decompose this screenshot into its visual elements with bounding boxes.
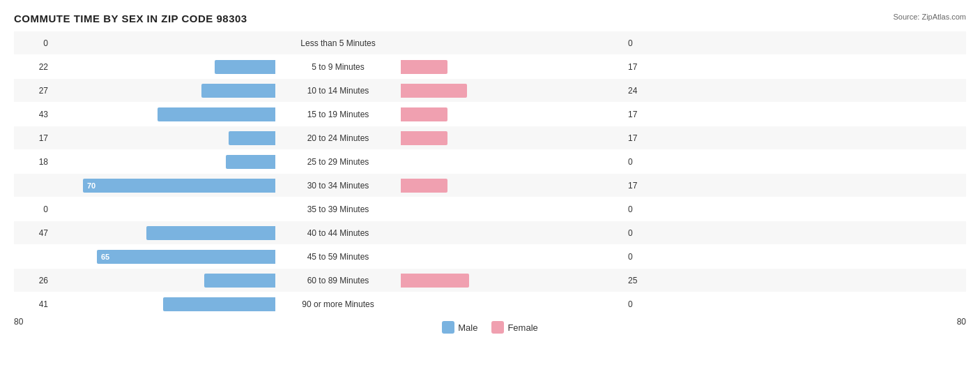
female-bar bbox=[401, 84, 467, 98]
male-bar-container bbox=[52, 202, 275, 216]
male-value: 26 bbox=[14, 276, 52, 285]
female-bar-container bbox=[401, 36, 624, 50]
female-value: 25 bbox=[624, 276, 662, 285]
male-bar bbox=[163, 297, 275, 311]
row-label: 90 or more Minutes bbox=[275, 299, 401, 309]
row-label: 30 to 34 Minutes bbox=[275, 181, 401, 191]
chart-row: 4315 to 19 Minutes17 bbox=[14, 103, 966, 126]
male-bar bbox=[229, 131, 275, 145]
female-bar bbox=[401, 179, 447, 193]
male-bar bbox=[215, 60, 275, 74]
male-value: 22 bbox=[14, 62, 52, 72]
male-value: 47 bbox=[14, 228, 52, 238]
legend: Male Female bbox=[442, 321, 538, 334]
male-value: 0 bbox=[14, 38, 52, 48]
male-bar-container bbox=[52, 131, 275, 145]
chart-row: 7030 to 34 Minutes17 bbox=[14, 174, 966, 197]
female-bar-container bbox=[401, 60, 624, 74]
male-bar-label: 65 bbox=[101, 253, 109, 261]
female-value: 17 bbox=[624, 62, 662, 72]
male-bar-container bbox=[52, 274, 275, 288]
male-value: 17 bbox=[14, 133, 52, 143]
source-text: Source: ZipAtlas.com bbox=[893, 13, 966, 21]
row-label: 25 to 29 Minutes bbox=[275, 157, 401, 167]
female-value: 0 bbox=[624, 299, 662, 309]
female-bar bbox=[401, 60, 447, 74]
male-bar: 70 bbox=[83, 179, 275, 193]
female-bar-container bbox=[401, 297, 624, 311]
male-bar bbox=[204, 274, 275, 288]
female-bar-container bbox=[401, 226, 624, 240]
bottom-label-left: 80 bbox=[14, 317, 23, 334]
row-label: 45 to 59 Minutes bbox=[275, 252, 401, 262]
chart-row: 4190 or more Minutes0 bbox=[14, 292, 966, 315]
chart-row: 035 to 39 Minutes0 bbox=[14, 198, 966, 221]
chart-area: 0Less than 5 Minutes0225 to 9 Minutes172… bbox=[14, 31, 966, 315]
female-value: 17 bbox=[624, 110, 662, 119]
bottom-label-right: 80 bbox=[957, 317, 966, 334]
female-bar-container bbox=[401, 84, 624, 98]
male-bar-label: 70 bbox=[87, 181, 95, 190]
row-label: 15 to 19 Minutes bbox=[275, 110, 401, 119]
female-value: 17 bbox=[624, 181, 662, 191]
row-label: 40 to 44 Minutes bbox=[275, 228, 401, 238]
legend-box-male bbox=[442, 321, 454, 334]
female-bar-container bbox=[401, 274, 624, 288]
legend-female-label: Female bbox=[507, 322, 537, 333]
male-bar-container bbox=[52, 60, 275, 74]
female-bar bbox=[401, 107, 447, 121]
male-bar-container: 65 bbox=[52, 250, 275, 264]
female-bar-container bbox=[401, 131, 624, 145]
female-value: 17 bbox=[624, 133, 662, 143]
row-label: 60 to 89 Minutes bbox=[275, 276, 401, 285]
male-value: 27 bbox=[14, 86, 52, 96]
male-bar-container bbox=[52, 84, 275, 98]
male-bar bbox=[146, 226, 275, 240]
male-bar bbox=[158, 107, 275, 121]
legend-item-female: Female bbox=[491, 321, 537, 334]
legend-box-female bbox=[491, 321, 504, 334]
chart-row: 0Less than 5 Minutes0 bbox=[14, 31, 966, 54]
male-bar-container: 70 bbox=[52, 179, 275, 193]
male-bar-container bbox=[52, 107, 275, 121]
male-bar bbox=[226, 155, 275, 169]
male-value: 41 bbox=[14, 299, 52, 309]
female-value: 0 bbox=[624, 204, 662, 214]
chart-row: 1825 to 29 Minutes0 bbox=[14, 150, 966, 173]
female-bar-container bbox=[401, 179, 624, 193]
chart-row: 225 to 9 Minutes17 bbox=[14, 55, 966, 78]
male-bar-container bbox=[52, 155, 275, 169]
female-value: 0 bbox=[624, 252, 662, 262]
male-bar: 65 bbox=[97, 250, 275, 264]
bottom-labels: 80 Male Female 80 bbox=[14, 317, 966, 335]
legend-male-label: Male bbox=[458, 322, 477, 333]
female-bar-container bbox=[401, 155, 624, 169]
chart-row: 2710 to 14 Minutes24 bbox=[14, 79, 966, 102]
chart-row: 2660 to 89 Minutes25 bbox=[14, 269, 966, 292]
male-bar bbox=[201, 84, 275, 98]
chart-row: 6545 to 59 Minutes0 bbox=[14, 245, 966, 268]
male-value: 43 bbox=[14, 110, 52, 119]
male-bar-container bbox=[52, 297, 275, 311]
male-bar-container bbox=[52, 226, 275, 240]
legend-item-male: Male bbox=[442, 321, 477, 334]
row-label: 35 to 39 Minutes bbox=[275, 204, 401, 214]
row-label: 5 to 9 Minutes bbox=[275, 62, 401, 72]
chart-container: COMMUTE TIME BY SEX IN ZIP CODE 98303 So… bbox=[0, 0, 980, 365]
female-bar-container bbox=[401, 250, 624, 264]
female-bar-container bbox=[401, 107, 624, 121]
female-bar bbox=[401, 274, 469, 288]
male-value: 0 bbox=[14, 204, 52, 214]
female-value: 0 bbox=[624, 228, 662, 238]
female-value: 0 bbox=[624, 157, 662, 167]
row-label: 20 to 24 Minutes bbox=[275, 133, 401, 143]
male-bar-container bbox=[52, 36, 275, 50]
chart-row: 4740 to 44 Minutes0 bbox=[14, 221, 966, 244]
row-label: Less than 5 Minutes bbox=[275, 38, 401, 48]
row-label: 10 to 14 Minutes bbox=[275, 86, 401, 96]
chart-row: 1720 to 24 Minutes17 bbox=[14, 126, 966, 149]
female-value: 24 bbox=[624, 86, 662, 96]
chart-title: COMMUTE TIME BY SEX IN ZIP CODE 98303 bbox=[14, 13, 966, 24]
male-value: 18 bbox=[14, 157, 52, 167]
female-bar bbox=[401, 131, 447, 145]
